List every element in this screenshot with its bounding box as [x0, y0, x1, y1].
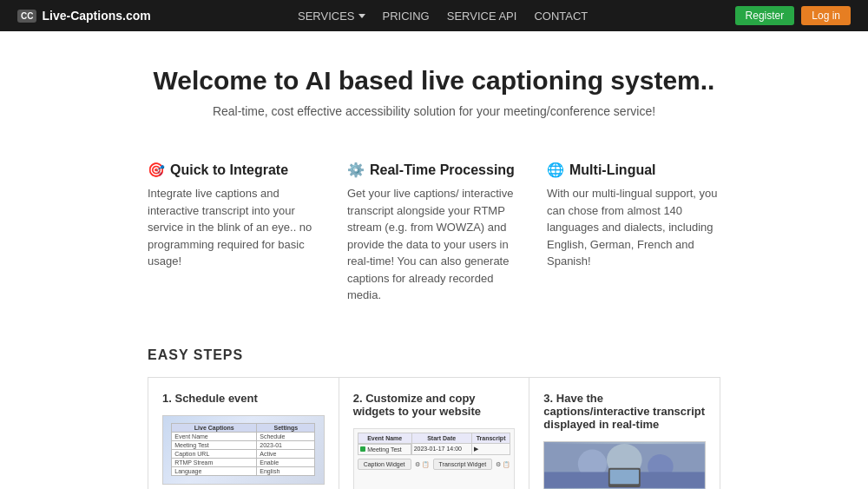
- brand: CC Live-Captions.com: [17, 9, 151, 23]
- feature-multilingual: 🌐 Multi-Lingual With our multi-lingual s…: [547, 162, 720, 304]
- navbar: CC Live-Captions.com SERVICES PRICING SE…: [0, 0, 868, 31]
- feature-realtime-title: ⚙️ Real-Time Processing: [347, 162, 521, 178]
- feature-multilingual-title: 🌐 Multi-Lingual: [547, 162, 720, 178]
- nav-buttons: Register Log in: [735, 6, 851, 25]
- hero-subtitle: Real-time, cost effective accessibility …: [148, 104, 720, 118]
- brand-name: Live-Captions.com: [42, 9, 150, 23]
- step2-widget-buttons: Caption Widget ⚙ 📋 Transcript Widget ⚙ 📋: [358, 459, 511, 470]
- integrate-icon: 🎯: [148, 162, 165, 178]
- step1-mock-table: Live CaptionsSettings Event NameSchedule…: [171, 423, 315, 476]
- hero-title: Welcome to AI based live captioning syst…: [148, 66, 720, 96]
- step2-mock-table: Event Name Start Date Transcript Meeting…: [358, 433, 511, 456]
- hero-section: Welcome to AI based live captioning syst…: [0, 31, 868, 135]
- step3-photo: [544, 442, 705, 490]
- chevron-down-icon: [358, 14, 365, 18]
- status-dot: [360, 446, 365, 452]
- multilingual-icon: 🌐: [547, 162, 564, 178]
- step-3: 3. Have the captions/interactive transcr…: [529, 378, 720, 490]
- register-button[interactable]: Register: [735, 6, 795, 25]
- steps-row: 1. Schedule event Live CaptionsSettings …: [148, 377, 720, 490]
- feature-realtime: ⚙️ Real-Time Processing Get your live ca…: [347, 162, 521, 304]
- features-section: 🎯 Quick to Integrate Integrate live capt…: [0, 144, 868, 321]
- feature-integrate-desc: Integrate live captions and interactive …: [148, 185, 321, 270]
- step-1-title: 1. Schedule event: [162, 392, 325, 405]
- step-2: 2. Customize and copy widgets to your we…: [339, 378, 530, 490]
- step-2-image: Event Name Start Date Transcript Meeting…: [353, 428, 516, 490]
- cc-logo-icon: CC: [17, 10, 36, 23]
- realtime-icon: ⚙️: [347, 162, 365, 178]
- feature-integrate-title: 🎯 Quick to Integrate: [148, 162, 321, 178]
- conference-photo-svg: [544, 442, 705, 490]
- nav-pricing[interactable]: PRICING: [383, 10, 430, 23]
- svg-rect-6: [610, 469, 639, 484]
- login-button[interactable]: Log in: [801, 6, 851, 25]
- feature-integrate: 🎯 Quick to Integrate Integrate live capt…: [148, 162, 321, 304]
- feature-multilingual-desc: With our multi-lingual support, you can …: [547, 185, 720, 270]
- feature-realtime-desc: Get your live captions/ interactive tran…: [347, 185, 521, 304]
- nav-links: SERVICES PRICING SERVICE API CONTACT: [298, 10, 588, 23]
- step-3-image: 00:00:21:900 You can present transcript …: [543, 441, 706, 490]
- nav-contact[interactable]: CONTACT: [534, 10, 588, 23]
- nav-service-api[interactable]: SERVICE API: [447, 10, 517, 23]
- step-1-image: Live CaptionsSettings Event NameSchedule…: [162, 415, 325, 485]
- nav-services[interactable]: SERVICES: [298, 10, 365, 23]
- step-2-title: 2. Customize and copy widgets to your we…: [353, 392, 516, 418]
- step-3-title: 3. Have the captions/interactive transcr…: [543, 392, 706, 431]
- easy-steps-section: EASY STEPS 1. Schedule event Live Captio…: [0, 330, 868, 490]
- step-1: 1. Schedule event Live CaptionsSettings …: [148, 378, 339, 490]
- easy-steps-title: EASY STEPS: [148, 347, 720, 363]
